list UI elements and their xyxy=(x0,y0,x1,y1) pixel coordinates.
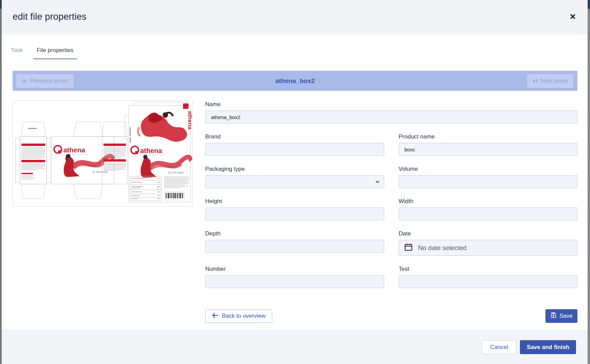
packaging-dieline-drawing: athena C O S M E T I C S 25 tea bags xyxy=(13,101,192,206)
number-input[interactable] xyxy=(205,275,384,288)
volume-field-group: Volume xyxy=(399,166,578,188)
width-input[interactable] xyxy=(399,208,578,220)
form-actions-row: Back to overview Save xyxy=(205,309,577,323)
dialog-footer: Cancel Save and finish xyxy=(2,330,588,364)
brand-input[interactable] xyxy=(205,143,384,156)
back-to-overview-button[interactable]: Back to overview xyxy=(205,310,272,323)
previous-asset-button[interactable]: Previous asset xyxy=(16,74,73,88)
save-label: Save xyxy=(559,313,573,319)
dialog-title: edit file properties xyxy=(13,12,86,22)
test-label: Test xyxy=(399,266,578,272)
brand-label: Brand xyxy=(205,133,384,140)
width-field-group: Width xyxy=(399,198,578,220)
width-label: Width xyxy=(399,198,578,205)
svg-text:25 tea bags: 25 tea bags xyxy=(168,171,184,174)
packaging-type-label: Packaging type xyxy=(205,166,384,172)
save-button[interactable]: Save xyxy=(545,309,577,323)
save-and-finish-button[interactable]: Save and finish xyxy=(520,340,576,354)
close-icon[interactable]: ✕ xyxy=(568,12,577,22)
date-placeholder-text: No date selected xyxy=(418,244,467,252)
date-field-group: Date No date selected xyxy=(399,230,578,256)
depth-label: Depth xyxy=(205,230,384,237)
packaging-type-field-group: Packaging type xyxy=(205,166,384,188)
next-asset-button[interactable]: Next asset xyxy=(527,74,573,88)
height-input[interactable] xyxy=(205,208,384,220)
svg-text:athena: athena xyxy=(63,146,85,154)
file-properties-form: Name Brand Product name Packaging type xyxy=(205,100,577,330)
date-picker-field[interactable]: No date selected xyxy=(399,240,578,256)
floppy-save-icon xyxy=(550,312,557,320)
product-name-field-group: Product name xyxy=(399,133,578,156)
packaging-type-select[interactable] xyxy=(205,175,384,188)
previous-asset-label: Previous asset xyxy=(30,78,68,84)
volume-input[interactable] xyxy=(399,175,578,188)
calendar-icon xyxy=(404,243,413,253)
tab-bar: Task File properties xyxy=(2,34,588,59)
back-to-overview-label: Back to overview xyxy=(222,313,266,319)
svg-text:athena: athena xyxy=(187,111,192,130)
edit-file-properties-dialog: edit file properties ✕ Task File propert… xyxy=(2,0,588,364)
number-label: Number xyxy=(205,266,384,272)
height-field-group: Height xyxy=(205,198,384,220)
product-name-label: Product name xyxy=(399,133,578,140)
number-field-group: Number xyxy=(205,266,384,288)
dialog-header: edit file properties ✕ xyxy=(2,0,588,34)
asset-preview-image: athena C O S M E T I C S 25 tea bags xyxy=(13,100,193,206)
test-field-group: Test xyxy=(399,266,578,288)
height-label: Height xyxy=(205,198,384,205)
next-asset-label: Next asset xyxy=(541,78,568,84)
depth-input[interactable] xyxy=(205,240,384,253)
depth-field-group: Depth xyxy=(205,230,384,256)
product-name-input[interactable] xyxy=(399,143,578,156)
current-asset-name: athena_box2 xyxy=(275,77,315,85)
name-field-group: Name xyxy=(205,101,577,123)
name-label: Name xyxy=(205,101,577,108)
tab-file-properties[interactable]: File properties xyxy=(33,44,77,59)
skip-next-icon xyxy=(532,79,538,84)
arrow-left-icon xyxy=(212,313,218,320)
tab-task[interactable]: Task xyxy=(7,44,26,59)
svg-text:athena: athena xyxy=(140,147,162,154)
asset-nav-banner: Previous asset athena_box2 Next asset xyxy=(13,71,577,91)
volume-label: Volume xyxy=(399,166,578,172)
name-input[interactable] xyxy=(205,111,577,123)
background-page-right-sliver xyxy=(588,0,590,364)
chevron-down-icon xyxy=(375,179,380,185)
brand-field-group: Brand xyxy=(205,133,384,156)
dialog-content: athena C O S M E T I C S 25 tea bags xyxy=(2,100,588,330)
test-input[interactable] xyxy=(399,275,578,288)
skip-previous-icon xyxy=(22,79,27,84)
cancel-button[interactable]: Cancel xyxy=(482,340,516,354)
date-label: Date xyxy=(399,230,578,237)
